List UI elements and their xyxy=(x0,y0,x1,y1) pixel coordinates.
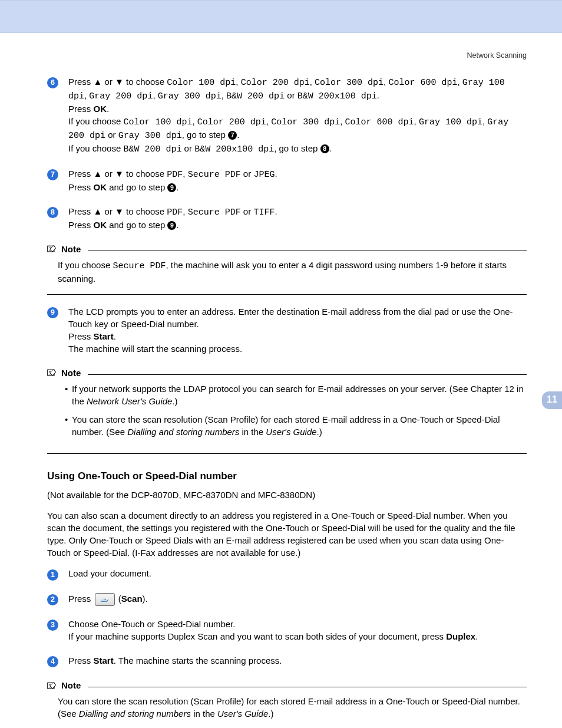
step-7: 7 Press ▲ or ▼ to choose PDF, Secure PDF… xyxy=(47,167,527,193)
option: Gray 100 dpi xyxy=(419,117,482,127)
top-band xyxy=(0,0,562,33)
note-title: Note xyxy=(61,679,81,691)
text: to choose xyxy=(124,206,167,216)
text: or xyxy=(105,130,118,140)
text: or xyxy=(241,206,254,216)
note-item: You can store the scan resolution (Scan … xyxy=(65,413,527,438)
text: Press xyxy=(68,104,94,114)
note-block-1: Note If you choose Secure PDF, the machi… xyxy=(47,243,527,295)
chapter-tab: 11 xyxy=(542,391,562,409)
text: . xyxy=(237,130,239,140)
text: Load your document. xyxy=(68,568,151,578)
step-6: 6 Press ▲ or ▼ to choose Color 100 dpi, … xyxy=(47,75,527,156)
text: Press xyxy=(68,331,94,341)
text: .) xyxy=(268,709,273,719)
option: Color 300 dpi xyxy=(315,78,384,88)
text: . xyxy=(176,220,178,230)
option: Gray 300 dpi xyxy=(158,91,222,101)
ustep-1: 1 Load your document. xyxy=(47,567,527,581)
step-ref-9: 9 xyxy=(167,221,176,230)
text: or xyxy=(102,206,115,216)
text: to choose xyxy=(124,77,167,87)
text: , xyxy=(414,116,419,126)
step-marker-7: 7 xyxy=(47,169,58,180)
down-arrow-icon: ▼ xyxy=(115,169,124,179)
text: . The machine starts the scanning proces… xyxy=(114,655,282,666)
text: . xyxy=(275,206,277,216)
ok-label: OK xyxy=(94,182,107,192)
option: B&W 200 dpi xyxy=(123,144,181,154)
text: or xyxy=(285,90,297,100)
note-title: Note xyxy=(61,243,81,255)
step-ref-9: 9 xyxy=(167,183,176,192)
text: Press xyxy=(68,77,94,87)
text: , xyxy=(310,77,315,87)
availability-note: (Not available for the DCP-8070D, MFC-83… xyxy=(47,489,527,501)
option: Color 100 dpi xyxy=(167,78,236,88)
ustep-4: 4 Press Start. The machine starts the sc… xyxy=(47,654,527,668)
option: B&W 200x100 dpi xyxy=(194,144,274,154)
text: . xyxy=(107,104,109,114)
text: Press xyxy=(68,655,94,666)
ok-label: OK xyxy=(94,220,107,230)
step-marker-2: 2 xyxy=(47,594,58,605)
text: If your machine supports Duplex Scan and… xyxy=(68,631,446,641)
text: and go to step xyxy=(107,220,167,230)
step-8: 8 Press ▲ or ▼ to choose PDF, Secure PDF… xyxy=(47,205,527,231)
text: If you choose xyxy=(68,116,123,126)
text: in the xyxy=(191,709,217,719)
option: Color 100 dpi xyxy=(123,117,192,127)
text: , xyxy=(183,206,187,216)
duplex-label: Duplex xyxy=(446,631,475,641)
text: , xyxy=(266,116,271,126)
note-block-2: Note If your network supports the LDAP p… xyxy=(47,367,527,454)
option: Color 600 dpi xyxy=(388,78,457,88)
text: If you choose xyxy=(58,260,113,270)
option: B&W 200x100 dpi xyxy=(297,91,377,101)
step-9: 9 The LCD prompts you to enter an addres… xyxy=(47,305,527,355)
text: . xyxy=(114,331,116,341)
option: Gray 300 dpi xyxy=(118,131,182,141)
text: , xyxy=(340,116,345,126)
scan-button-icon xyxy=(95,593,115,606)
text: . xyxy=(377,90,379,100)
text: Dialling and storing numbers xyxy=(79,709,191,719)
ok-label: OK xyxy=(94,104,107,114)
text: . xyxy=(146,594,148,604)
start-label: Start xyxy=(94,331,114,341)
option: Color 200 dpi xyxy=(241,78,310,88)
text: , xyxy=(153,90,157,100)
text: or xyxy=(241,169,254,179)
up-arrow-icon: ▲ xyxy=(94,169,103,179)
text: Choose One-Touch or Speed-Dial number. xyxy=(68,619,236,629)
text: , xyxy=(236,77,240,87)
up-arrow-icon: ▲ xyxy=(94,206,103,216)
note-icon xyxy=(47,681,58,690)
ustep-2: 2 Press (Scan). xyxy=(47,592,527,606)
section-intro: You can also scan a document directly to… xyxy=(47,509,527,559)
note-block-3: Note You can store the scan resolution (… xyxy=(47,679,527,728)
text: , xyxy=(183,169,187,179)
step-marker-3: 3 xyxy=(47,620,58,631)
text: or xyxy=(102,77,115,87)
step-marker-6: 6 xyxy=(47,77,58,88)
section-heading: Using One-Touch or Speed-Dial number xyxy=(47,469,527,483)
text: User's Guide xyxy=(217,709,268,719)
text: The LCD prompts you to enter an address.… xyxy=(68,307,513,329)
note-title: Note xyxy=(61,367,81,379)
note-item: If your network supports the LDAP protoc… xyxy=(65,383,527,407)
header-section: Network Scanning xyxy=(0,33,562,61)
option: Secure PDF xyxy=(188,170,241,180)
ustep-3: 3 Choose One-Touch or Speed-Dial number.… xyxy=(47,618,527,643)
option: Color 200 dpi xyxy=(197,117,266,127)
text: , go to step xyxy=(274,143,320,153)
text: If you choose xyxy=(68,143,123,153)
text: Press xyxy=(68,169,94,179)
step-ref-7: 7 xyxy=(228,131,237,140)
text: . xyxy=(176,182,178,192)
option: Secure PDF xyxy=(113,261,166,271)
text: , go to step xyxy=(182,130,228,140)
text: . xyxy=(275,169,277,179)
option: Color 300 dpi xyxy=(271,117,340,127)
option: PDF xyxy=(167,170,183,180)
